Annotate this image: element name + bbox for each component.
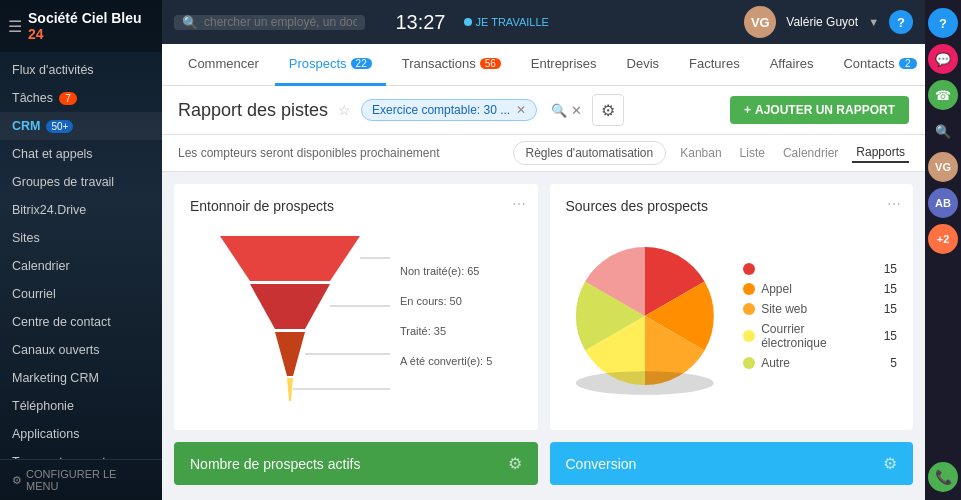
- right-icon-notification2[interactable]: ☎: [928, 80, 958, 110]
- filter-label: Exercice comptable: 30 ...: [372, 103, 510, 117]
- right-icon-group[interactable]: +2: [928, 224, 958, 254]
- search-input[interactable]: [204, 15, 357, 29]
- counters-notice: Les compteurs seront disponibles prochai…: [178, 146, 439, 160]
- funnel-chart-card: Entonnoir de prospects ⋯: [174, 184, 538, 430]
- dropdown-arrow[interactable]: ▼: [868, 16, 879, 28]
- funnel-wrapper: Non traité(e): 65 En cours: 50 Traité: 3…: [190, 226, 522, 416]
- sidebar: ☰ Société Ciel Bleu 24 Flux d'activités …: [0, 0, 162, 500]
- legend-item-4: Courrier électronique 15: [743, 322, 897, 350]
- right-icon-notification1[interactable]: 💬: [928, 44, 958, 74]
- hamburger-icon[interactable]: ☰: [8, 17, 22, 36]
- work-dot: [464, 18, 472, 26]
- bottom-card-prospects: Nombre de prospects actifs ⚙: [174, 442, 538, 485]
- search-box[interactable]: 🔍: [174, 15, 365, 30]
- sidebar-item-calendrier[interactable]: Calendrier: [0, 252, 162, 280]
- sidebar-item-canaux[interactable]: Canaux ouverts: [0, 336, 162, 364]
- right-icon-avatar2[interactable]: AB: [928, 188, 958, 218]
- main-content: 🔍 13:27 JE TRAVAILLE VG Valérie Guyot ▼ …: [162, 0, 925, 500]
- funnel-options-icon[interactable]: ⋯: [512, 196, 526, 212]
- avatar: VG: [744, 6, 776, 38]
- gear-icon: ⚙: [601, 101, 615, 120]
- tabbar: Commencer Prospects 22 Transactions 56 E…: [162, 44, 925, 86]
- page-title: Rapport des pistes: [178, 100, 328, 121]
- bottom-card-conversion: Conversion ⚙: [550, 442, 914, 485]
- sidebar-configure[interactable]: ⚙ CONFIGURER LE MENU: [0, 459, 162, 500]
- right-icon-phone[interactable]: 📞: [928, 462, 958, 492]
- report-area: Entonnoir de prospects ⋯: [162, 172, 925, 500]
- work-status-label: JE TRAVAILLE: [476, 16, 549, 28]
- svg-marker-0: [220, 236, 360, 281]
- filter-chip[interactable]: Exercice comptable: 30 ... ✕: [361, 99, 537, 121]
- tab-contacts[interactable]: Contacts 2: [829, 44, 925, 86]
- sidebar-item-crm[interactable]: CRM 50+: [0, 112, 162, 140]
- pie-chart-card: Sources des prospects ⋯: [550, 184, 914, 430]
- view-rapports[interactable]: Rapports: [852, 143, 909, 163]
- sidebar-item-sites[interactable]: Sites: [0, 224, 162, 252]
- bottom-card-gear-1[interactable]: ⚙: [508, 454, 522, 473]
- right-icon-avatar1[interactable]: VG: [928, 152, 958, 182]
- filter-x-icon[interactable]: ✕: [571, 103, 582, 118]
- funnel-chart-title: Entonnoir de prospects: [190, 198, 522, 214]
- view-kanban[interactable]: Kanban: [676, 144, 725, 162]
- tab-devis[interactable]: Devis: [613, 44, 674, 86]
- bottom-card-gear-2[interactable]: ⚙: [883, 454, 897, 473]
- legend-item-5: Autre 5: [743, 356, 897, 370]
- tab-prospects[interactable]: Prospects 22: [275, 44, 386, 86]
- tab-factures[interactable]: Factures: [675, 44, 754, 86]
- topbar: 🔍 13:27 JE TRAVAILLE VG Valérie Guyot ▼ …: [162, 0, 925, 44]
- right-icons-panel: ? 💬 ☎ 🔍 VG AB +2 📞: [925, 0, 961, 500]
- svg-marker-1: [250, 284, 330, 329]
- sidebar-nav: Flux d'activités Tâches 7 CRM 50+ Chat e…: [0, 52, 162, 459]
- svg-point-8: [575, 371, 713, 395]
- sidebar-item-taches[interactable]: Tâches 7: [0, 84, 162, 112]
- view-liste[interactable]: Liste: [736, 144, 769, 162]
- sidebar-item-contact[interactable]: Centre de contact: [0, 308, 162, 336]
- configure-label: CONFIGURER LE MENU: [26, 468, 150, 492]
- charts-row: Entonnoir de prospects ⋯: [174, 184, 913, 430]
- filter-search-icon[interactable]: 🔍: [551, 103, 567, 118]
- brand-name: Société Ciel Bleu 24: [28, 10, 154, 42]
- svg-marker-2: [275, 332, 305, 376]
- sidebar-item-groupes[interactable]: Groupes de travail: [0, 168, 162, 196]
- legend-dot-1: [743, 263, 755, 275]
- chip-close-icon[interactable]: ✕: [516, 103, 526, 117]
- tab-entreprises[interactable]: Entreprises: [517, 44, 611, 86]
- add-report-button[interactable]: + AJOUTER UN RAPPORT: [730, 96, 909, 124]
- right-icon-help[interactable]: ?: [928, 8, 958, 38]
- username: Valérie Guyot: [786, 15, 858, 29]
- help-button[interactable]: ?: [889, 10, 913, 34]
- plus-icon: +: [744, 103, 751, 117]
- sidebar-item-courriel[interactable]: Courriel: [0, 280, 162, 308]
- sidebar-item-marketing[interactable]: Marketing CRM: [0, 364, 162, 392]
- sidebar-item-telephonie[interactable]: Téléphonie: [0, 392, 162, 420]
- automation-button[interactable]: Règles d'automatisation: [513, 141, 667, 165]
- search-icon: 🔍: [182, 15, 198, 30]
- legend-item-2: Appel 15: [743, 282, 897, 296]
- sidebar-item-flux[interactable]: Flux d'activités: [0, 56, 162, 84]
- sidebar-header: ☰ Société Ciel Bleu 24: [0, 0, 162, 52]
- legend-item-3: Site web 15: [743, 302, 897, 316]
- brand-number: 24: [28, 26, 44, 42]
- work-status[interactable]: JE TRAVAILLE: [464, 16, 549, 28]
- right-icon-search[interactable]: 🔍: [928, 116, 958, 146]
- bottom-card-prospects-title: Nombre de prospects actifs: [190, 456, 360, 472]
- bottom-row: Nombre de prospects actifs ⚙ Conversion …: [174, 442, 913, 485]
- legend-dot-5: [743, 357, 755, 369]
- tab-affaires[interactable]: Affaires: [756, 44, 828, 86]
- tab-transactions[interactable]: Transactions 56: [388, 44, 515, 86]
- filter-search[interactable]: 🔍 ✕: [551, 103, 582, 118]
- sidebar-item-applications[interactable]: Applications: [0, 420, 162, 448]
- pie-legend: 15 Appel 15 Site web 15: [743, 262, 897, 370]
- sidebar-item-temps[interactable]: Temps et rapports: [0, 448, 162, 459]
- pie-chart-title: Sources des prospects: [566, 198, 898, 214]
- view-calendrier[interactable]: Calendrier: [779, 144, 842, 162]
- pie-options-icon[interactable]: ⋯: [887, 196, 901, 212]
- pie-container: 15 Appel 15 Site web 15: [566, 226, 898, 406]
- sidebar-item-chat[interactable]: Chat et appels: [0, 140, 162, 168]
- sidebar-item-drive[interactable]: Bitrix24.Drive: [0, 196, 162, 224]
- brand-name-text: Société Ciel Bleu: [28, 10, 142, 26]
- legend-dot-3: [743, 303, 755, 315]
- star-icon[interactable]: ☆: [338, 102, 351, 118]
- tab-commencer[interactable]: Commencer: [174, 44, 273, 86]
- settings-button[interactable]: ⚙: [592, 94, 624, 126]
